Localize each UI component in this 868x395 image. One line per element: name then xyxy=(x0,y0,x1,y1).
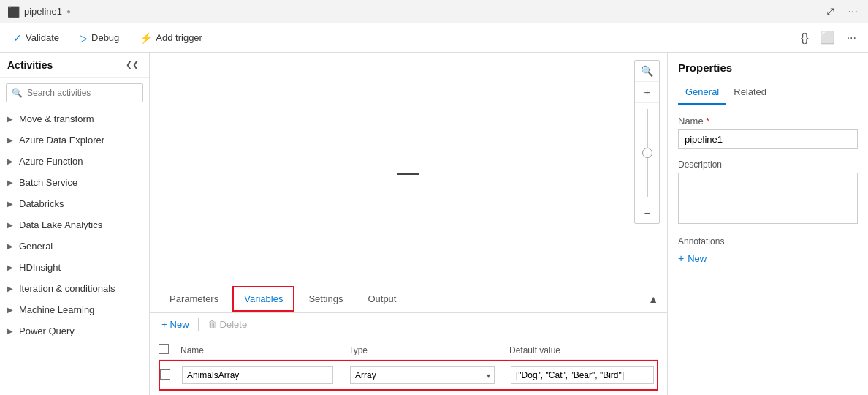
select-all-checkbox[interactable] xyxy=(159,344,169,354)
properties-header: Properties xyxy=(668,53,868,80)
sidebar-item-label: Data Lake Analytics xyxy=(19,219,102,230)
chevron-icon: ▶ xyxy=(7,221,13,229)
canvas-zoom-controls: 🔍 + − xyxy=(634,60,660,224)
toolbar: ✓ Validate ▷ Debug ⚡ Add trigger {} ⬜ ··… xyxy=(0,23,868,53)
title-bar: ⬛ pipeline1 ● ⤢ ··· xyxy=(0,0,868,23)
name-col-header: Name xyxy=(180,345,349,356)
title-bar-actions: ⤢ ··· xyxy=(823,3,861,20)
toolbar-divider xyxy=(198,318,199,331)
sidebar-item-power-query[interactable]: ▶ Power Query xyxy=(0,320,149,342)
new-annotation-button[interactable]: + New xyxy=(678,251,707,266)
validate-button[interactable]: ✓ Validate xyxy=(9,29,64,47)
prop-tab-general[interactable]: General xyxy=(678,80,726,105)
canvas-zoom-in-button[interactable]: + xyxy=(635,82,659,103)
row-type-col: Array Boolean Integer String ▾ xyxy=(350,366,511,384)
zoom-track xyxy=(647,109,648,197)
main-layout: Activities ❮❮ 🔍 ▶ Move & transform ▶ Azu… xyxy=(0,53,868,395)
sidebar-item-azure-data-explorer[interactable]: ▶ Azure Data Explorer xyxy=(0,129,149,151)
monitor-button[interactable]: ⬜ xyxy=(818,29,838,46)
search-icon: 🔍 xyxy=(12,88,23,98)
row-checkbox[interactable] xyxy=(160,369,170,380)
sidebar-item-batch-service[interactable]: ▶ Batch Service xyxy=(0,172,149,193)
description-field: Description xyxy=(678,159,858,226)
search-input[interactable] xyxy=(6,83,143,102)
sidebar-title: Activities xyxy=(7,59,53,71)
description-textarea[interactable] xyxy=(678,173,858,224)
toolbar-more-button[interactable]: ··· xyxy=(844,30,859,46)
canvas-zoom-out-button[interactable]: − xyxy=(635,203,659,223)
plus-icon: + xyxy=(161,319,167,330)
variables-table: Name Type Default value xyxy=(150,336,667,395)
row-default-col xyxy=(511,366,657,384)
sidebar-item-move-transform[interactable]: ▶ Move & transform xyxy=(0,108,149,129)
row-check-col xyxy=(160,369,182,382)
chevron-icon: ▶ xyxy=(7,327,13,335)
activities-sidebar: Activities ❮❮ 🔍 ▶ Move & transform ▶ Azu… xyxy=(0,53,150,395)
code-view-button[interactable]: {} xyxy=(798,30,812,46)
sidebar-item-data-lake-analytics[interactable]: ▶ Data Lake Analytics xyxy=(0,214,149,236)
name-field: Name * xyxy=(678,116,858,149)
search-box: 🔍 xyxy=(6,83,143,102)
sidebar-item-general[interactable]: ▶ General xyxy=(0,236,149,257)
table-header: Name Type Default value xyxy=(159,341,658,360)
new-variable-button[interactable]: + New xyxy=(159,317,192,331)
pipeline-icon: ⬛ xyxy=(7,6,20,18)
sidebar-item-azure-function[interactable]: ▶ Azure Function xyxy=(0,151,149,172)
pipeline-name: pipeline1 xyxy=(24,6,62,17)
variable-name-input[interactable] xyxy=(182,366,333,384)
chevron-icon: ▶ xyxy=(7,306,13,314)
sidebar-item-label: General xyxy=(19,241,53,252)
variable-default-input[interactable] xyxy=(511,366,654,384)
sidebar-item-label: Move & transform xyxy=(19,113,94,124)
pipeline-name-input[interactable] xyxy=(678,129,858,149)
sidebar-item-machine-learning[interactable]: ▶ Machine Learning xyxy=(0,299,149,320)
debug-button[interactable]: ▷ Debug xyxy=(75,29,123,47)
properties-tabs: General Related xyxy=(668,80,868,105)
sidebar-item-label: Batch Service xyxy=(19,177,77,188)
tabs-bar: Parameters Variables Settings Output ▲ xyxy=(150,285,667,313)
sidebar-item-label: Azure Function xyxy=(19,156,83,167)
description-label: Description xyxy=(678,159,858,170)
sidebar-item-databricks[interactable]: ▶ Databricks xyxy=(0,193,149,214)
delete-variable-button[interactable]: 🗑 Delete xyxy=(205,317,251,331)
type-col-header: Type xyxy=(349,345,509,356)
validate-icon: ✓ xyxy=(13,32,22,44)
sidebar-item-hdinsight[interactable]: ▶ HDInsight xyxy=(0,257,149,278)
canvas-search-button[interactable]: 🔍 xyxy=(635,61,659,82)
plus-icon: + xyxy=(678,252,684,264)
activities-list: ▶ Move & transform ▶ Azure Data Explorer… xyxy=(0,108,149,395)
sidebar-item-iteration-conditionals[interactable]: ▶ Iteration & conditionals xyxy=(0,278,149,299)
expand-icon[interactable]: ⤢ xyxy=(823,3,838,20)
chevron-icon: ▶ xyxy=(7,178,13,187)
tab-variables[interactable]: Variables xyxy=(232,286,294,312)
prop-tab-related[interactable]: Related xyxy=(726,80,774,105)
zoom-thumb[interactable] xyxy=(642,148,652,158)
variable-type-select[interactable]: Array Boolean Integer String xyxy=(350,366,495,384)
check-col-header xyxy=(159,344,180,356)
canvas-area: 🔍 + − xyxy=(150,53,667,285)
chevron-icon: ▶ xyxy=(7,115,13,123)
annotations-field: Annotations + New xyxy=(678,236,858,266)
delete-icon: 🗑 xyxy=(208,319,217,330)
properties-panel: Properties General Related Name * Descri… xyxy=(667,53,868,395)
trigger-icon: ⚡ xyxy=(140,32,152,44)
tab-parameters[interactable]: Parameters xyxy=(159,287,229,311)
tab-output[interactable]: Output xyxy=(357,287,407,311)
add-trigger-button[interactable]: ⚡ Add trigger xyxy=(135,29,207,47)
more-options-icon[interactable]: ··· xyxy=(845,4,861,20)
panel-collapse-button[interactable]: ▲ xyxy=(648,293,658,305)
canvas-divider-handle xyxy=(397,173,419,175)
bottom-panel: Parameters Variables Settings Output ▲ +… xyxy=(150,285,667,395)
sidebar-collapse-button[interactable]: ❮❮ xyxy=(123,59,142,71)
chevron-icon: ▶ xyxy=(7,263,13,271)
properties-title: Properties xyxy=(678,61,732,74)
sidebar-header-icons: ❮❮ xyxy=(123,59,142,71)
row-name-col xyxy=(182,366,350,384)
tab-settings[interactable]: Settings xyxy=(297,287,354,311)
sidebar-item-label: Databricks xyxy=(19,198,64,209)
type-select-wrapper: Array Boolean Integer String ▾ xyxy=(350,366,495,384)
default-col-header: Default value xyxy=(509,345,658,356)
required-indicator: * xyxy=(706,116,709,127)
variable-row-highlighted: Array Boolean Integer String ▾ xyxy=(159,360,658,391)
table-row: Array Boolean Integer String ▾ xyxy=(160,363,657,388)
